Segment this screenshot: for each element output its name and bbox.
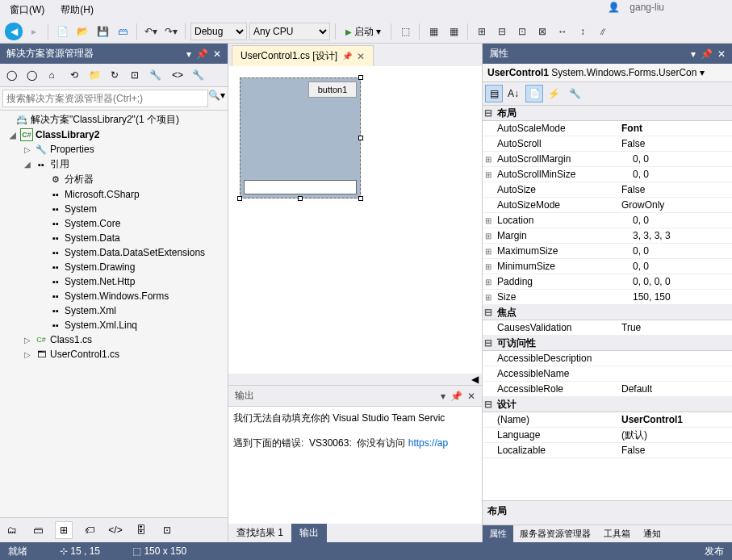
start-button[interactable]: ▶启动▾ <box>341 23 386 40</box>
align-icon-4[interactable]: ⊠ <box>533 23 551 40</box>
references-node[interactable]: ◢▪▪引用 <box>0 157 228 172</box>
property-row[interactable]: CausesValidationTrue <box>483 320 732 336</box>
align-icon-3[interactable]: ⊡ <box>513 23 531 40</box>
property-row[interactable]: AutoSizeFalse <box>483 182 732 198</box>
property-pages-icon[interactable]: 🔧 <box>566 85 584 102</box>
showall-icon[interactable]: 📁 <box>86 66 103 84</box>
home-icon[interactable]: ⌂ <box>43 66 61 84</box>
pin-icon[interactable]: 📌 <box>450 391 462 402</box>
expand-icon[interactable]: ⊞ <box>483 216 494 225</box>
expand-icon[interactable]: ⊞ <box>483 278 494 286</box>
property-row[interactable]: ⊞AutoScrollMargin0, 0 <box>483 152 732 167</box>
search-input[interactable] <box>2 90 208 107</box>
categorized-icon[interactable]: ▤ <box>485 85 503 102</box>
tab-icon-3[interactable]: ⊞ <box>55 521 73 539</box>
close-icon[interactable]: ✕ <box>717 48 726 60</box>
properties-node[interactable]: ▷🔧Properties <box>0 142 228 157</box>
close-icon[interactable]: ✕ <box>357 51 365 62</box>
reference-node[interactable]: ▪▪System.Drawing <box>0 260 228 274</box>
project-node[interactable]: ◢C#ClassLibrary2 <box>0 127 228 142</box>
category-layout[interactable]: 布局 <box>483 106 732 121</box>
menu-help[interactable]: 帮助(H) <box>57 2 97 19</box>
property-row[interactable]: ⊞Location0, 0 <box>483 213 732 228</box>
toolbar-btn-1[interactable]: ⬚ <box>396 23 414 40</box>
property-row[interactable]: AutoScaleModeFont <box>483 121 732 136</box>
reference-node[interactable]: ▪▪System.Windows.Forms <box>0 289 228 303</box>
refresh-icon[interactable]: ↻ <box>106 66 123 84</box>
expand-icon[interactable]: ⊞ <box>483 170 494 179</box>
expand-icon[interactable]: ⊞ <box>483 232 494 240</box>
property-row[interactable]: AutoSizeModeGrowOnly <box>483 198 732 213</box>
usercontrol-designer[interactable]: button1 <box>240 77 361 199</box>
property-row[interactable]: AccessibleRoleDefault <box>483 382 732 397</box>
align-icon-7[interactable]: ⫽ <box>594 23 612 40</box>
property-row[interactable]: AccessibleName <box>483 366 732 382</box>
collapse-icon[interactable]: ⊡ <box>126 66 144 84</box>
tab-icon-2[interactable]: 🗃 <box>29 521 47 539</box>
properties-icon[interactable]: 🔧 <box>146 66 164 84</box>
reference-node[interactable]: ▪▪System.Xml.Linq <box>0 318 228 332</box>
expand-icon[interactable]: ⊞ <box>483 293 494 302</box>
file-class1[interactable]: ▷C#Class1.cs <box>0 332 228 347</box>
dropdown-icon[interactable]: ▾ <box>186 48 191 60</box>
back-icon[interactable]: ◯ <box>2 66 20 84</box>
tab-icon-7[interactable]: ⊡ <box>158 521 176 539</box>
property-row[interactable]: ⊞MaximumSize0, 0 <box>483 244 732 259</box>
open-icon[interactable]: 📂 <box>73 23 91 40</box>
property-object-selector[interactable]: UserControl1 System.Windows.Forms.UserCo… <box>483 64 732 82</box>
nav-back-icon[interactable]: ◀ <box>5 23 23 40</box>
align-icon-2[interactable]: ⊟ <box>493 23 511 40</box>
textbox-control[interactable] <box>244 180 357 194</box>
platform-select[interactable]: Any CPU <box>249 23 330 40</box>
category-design[interactable]: 设计 <box>483 397 732 412</box>
property-row[interactable]: ⊞Margin3, 3, 3, 3 <box>483 228 732 244</box>
tab-icon-6[interactable]: 🗄 <box>132 521 150 539</box>
tab-icon-1[interactable]: 🗂 <box>3 521 21 539</box>
undo-icon[interactable]: ↶▾ <box>142 23 160 40</box>
sync-icon[interactable]: ⟲ <box>65 66 83 84</box>
property-row[interactable]: (Name)UserControl1 <box>483 412 732 428</box>
wrench-icon[interactable]: 🔧 <box>189 66 207 84</box>
analyzers-node[interactable]: ⚙分析器 <box>0 172 228 187</box>
new-project-icon[interactable]: 📄 <box>53 23 71 40</box>
tab-properties[interactable]: 属性 <box>483 525 513 542</box>
tab-icon-4[interactable]: 🏷 <box>81 521 98 539</box>
property-row[interactable]: ⊞Size150, 150 <box>483 290 732 305</box>
align-icon[interactable]: ⊞ <box>473 23 491 40</box>
reference-node[interactable]: ▪▪System.Data.DataSetExtensions <box>0 245 228 260</box>
output-link[interactable]: https://ap <box>408 437 448 449</box>
align-icon-6[interactable]: ↕ <box>574 23 592 40</box>
expand-icon[interactable]: ⊞ <box>483 155 494 164</box>
alphabetical-icon[interactable]: A↓ <box>504 85 522 102</box>
pin-icon[interactable]: 📌 <box>196 48 208 60</box>
reference-node[interactable]: ▪▪System.Core <box>0 216 228 231</box>
solution-node[interactable]: 📇解决方案"ClassLibrary2"(1 个项目) <box>0 112 228 127</box>
output-text[interactable]: 我们无法自动填充你的 Visual Studio Team Servic遇到下面… <box>228 407 482 524</box>
close-icon[interactable]: ✕ <box>467 391 475 402</box>
reference-node[interactable]: ▪▪System.Net.Http <box>0 274 228 289</box>
toolbar-btn-2[interactable]: ▦ <box>425 23 442 40</box>
save-icon[interactable]: 💾 <box>94 23 111 40</box>
pin-icon[interactable]: 📌 <box>342 52 352 61</box>
property-row[interactable]: ⊞Padding0, 0, 0, 0 <box>483 274 732 290</box>
property-row[interactable]: Language(默认) <box>483 428 732 443</box>
redo-icon[interactable]: ↷▾ <box>162 23 180 40</box>
scroll-left-icon[interactable]: ◀ <box>471 374 479 385</box>
code-icon[interactable]: <> <box>169 66 186 84</box>
config-select[interactable]: Debug <box>190 23 247 40</box>
events-icon[interactable]: ⚡ <box>545 85 563 102</box>
reference-node[interactable]: ▪▪System.Data <box>0 231 228 245</box>
tab-toolbox[interactable]: 工具箱 <box>597 525 637 542</box>
tab-notifications[interactable]: 通知 <box>637 525 667 542</box>
design-surface[interactable]: button1 <box>228 66 482 374</box>
tab-find-results[interactable]: 查找结果 1 <box>228 524 291 542</box>
search-icon[interactable]: 🔍▾ <box>208 90 225 107</box>
menu-window[interactable]: 窗口(W) <box>6 2 48 19</box>
reference-node[interactable]: ▪▪System.Xml <box>0 303 228 318</box>
fwd-icon[interactable]: ◯ <box>23 66 40 84</box>
category-focus[interactable]: 焦点 <box>483 305 732 320</box>
category-access[interactable]: 可访问性 <box>483 336 732 351</box>
tab-icon-5[interactable]: </> <box>107 521 124 539</box>
dropdown-icon[interactable]: ▾ <box>691 48 696 60</box>
save-all-icon[interactable]: 🗃 <box>114 23 132 40</box>
